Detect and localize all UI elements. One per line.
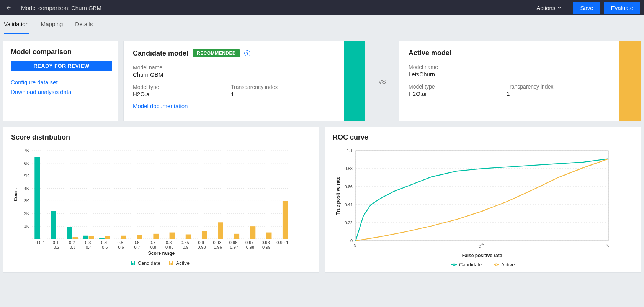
svg-text:0.93: 0.93 [198, 245, 206, 250]
svg-text:1: 1 [605, 243, 610, 248]
active-type-label: Model type [409, 84, 507, 90]
svg-rect-23 [72, 237, 78, 239]
svg-text:1.1: 1.1 [347, 148, 353, 153]
recommended-badge: RECOMMENDED [193, 49, 240, 57]
roc-curve-card: ROC curve 00.220.440.660.881.100.51False… [325, 127, 641, 273]
active-accent-stripe [619, 41, 641, 121]
svg-text:0.93-: 0.93- [213, 240, 223, 245]
svg-text:2K: 2K [24, 211, 29, 216]
svg-text:0: 0 [350, 238, 353, 243]
svg-text:0.22: 0.22 [345, 220, 353, 225]
svg-rect-69 [134, 261, 135, 265]
active-model-card: Active model Model name LetsChurn Model … [399, 41, 641, 121]
candidate-transp-label: Transparency index [231, 84, 329, 90]
active-transp-value: 1 [507, 90, 605, 97]
active-name-value: LetsChurn [409, 71, 507, 77]
candidate-type-value: H2O.ai [133, 91, 231, 97]
svg-text:0.97-: 0.97- [245, 240, 255, 245]
status-badge: READY FOR REVIEW [11, 61, 112, 71]
svg-rect-58 [250, 226, 256, 239]
svg-rect-40 [153, 234, 159, 239]
svg-rect-37 [137, 235, 142, 239]
score-distribution-title: Score distribution [11, 133, 311, 141]
svg-text:0.4: 0.4 [86, 245, 92, 250]
svg-text:0.96-: 0.96- [229, 240, 239, 245]
actions-dropdown[interactable]: Actions [536, 5, 562, 11]
svg-rect-71 [169, 261, 170, 265]
svg-text:7K: 7K [24, 148, 29, 153]
tab-mapping[interactable]: Mapping [41, 15, 63, 34]
svg-rect-64 [283, 201, 288, 239]
model-documentation-link[interactable]: Model documentation [133, 103, 356, 109]
score-distribution-chart: 1K2K3K4K5K6K7KCount0-0.10.1-0.20.2-0.30.… [11, 147, 294, 269]
svg-rect-55 [234, 234, 239, 239]
svg-text:0.9-: 0.9- [198, 240, 205, 245]
svg-rect-73 [172, 261, 173, 265]
candidate-heading: Candidate model [133, 49, 188, 57]
candidate-accent-stripe [344, 41, 365, 121]
vs-separator: VS [371, 41, 394, 121]
svg-rect-46 [186, 235, 191, 239]
configure-dataset-link[interactable]: Configure data set [11, 79, 110, 85]
svg-text:0.9: 0.9 [183, 245, 188, 250]
tabs: Validation Mapping Details [0, 15, 644, 34]
top-bar: Model comparison: Churn GBM Actions Save… [0, 0, 644, 15]
page-title: Model comparison: Churn GBM [21, 5, 536, 11]
tab-details[interactable]: Details [75, 15, 93, 34]
svg-rect-43 [170, 233, 175, 239]
svg-rect-19 [51, 211, 56, 239]
active-type-value: H2O.ai [409, 90, 507, 97]
svg-text:3K: 3K [24, 199, 29, 203]
roc-curve-chart: 00.220.440.660.881.100.51False positive … [333, 147, 616, 269]
svg-text:0.2: 0.2 [54, 245, 59, 250]
svg-text:0.5: 0.5 [102, 245, 108, 250]
roc-curve-title: ROC curve [333, 133, 633, 141]
model-comparison-panel: Model comparison READY FOR REVIEW Config… [3, 41, 118, 121]
help-icon[interactable]: ? [244, 50, 250, 56]
svg-text:1K: 1K [24, 224, 29, 228]
candidate-name-value: Churn GBM [133, 71, 231, 78]
active-heading: Active model [409, 49, 451, 57]
svg-text:0.7: 0.7 [134, 245, 140, 250]
actions-label: Actions [536, 5, 555, 11]
svg-rect-22 [67, 227, 72, 239]
svg-text:5K: 5K [24, 174, 29, 178]
svg-rect-49 [202, 231, 207, 239]
svg-text:0.44: 0.44 [345, 202, 353, 207]
svg-text:0.5-: 0.5- [118, 240, 125, 245]
candidate-model-card: Candidate model RECOMMENDED ? Model name… [123, 41, 365, 121]
svg-text:6K: 6K [24, 161, 29, 166]
svg-text:0.99: 0.99 [262, 245, 270, 250]
chevron-down-icon [557, 5, 562, 10]
svg-text:0.98: 0.98 [246, 245, 254, 250]
svg-text:0.85-: 0.85- [181, 240, 190, 245]
save-button[interactable]: Save [573, 2, 600, 14]
svg-text:0.66: 0.66 [345, 184, 353, 189]
svg-point-100 [495, 264, 497, 266]
svg-rect-30 [99, 238, 105, 239]
score-distribution-card: Score distribution 1K2K3K4K5K6K7KCount0-… [3, 127, 319, 273]
svg-rect-72 [171, 263, 172, 265]
evaluate-button[interactable]: Evaluate [604, 2, 640, 14]
svg-rect-17 [34, 157, 40, 239]
svg-text:0.5: 0.5 [477, 242, 485, 249]
svg-text:Active: Active [176, 260, 190, 266]
svg-text:0.3: 0.3 [70, 245, 75, 250]
svg-text:0.85: 0.85 [165, 245, 173, 250]
tab-validation[interactable]: Validation [4, 15, 29, 34]
svg-rect-31 [105, 236, 110, 239]
svg-text:Active: Active [501, 262, 515, 268]
svg-text:0.96: 0.96 [214, 245, 222, 250]
svg-text:0.2-: 0.2- [69, 240, 76, 245]
model-comparison-title: Model comparison [11, 48, 110, 56]
svg-rect-61 [266, 233, 272, 239]
svg-text:False positive rate: False positive rate [462, 253, 502, 258]
candidate-type-label: Model type [133, 84, 231, 90]
svg-rect-27 [89, 236, 94, 239]
svg-text:0.3-: 0.3- [85, 240, 92, 245]
download-analysis-link[interactable]: Download analysis data [11, 89, 110, 95]
svg-rect-52 [218, 222, 223, 239]
svg-rect-68 [132, 263, 134, 265]
back-button[interactable] [4, 2, 15, 13]
svg-text:0.88: 0.88 [345, 166, 353, 171]
